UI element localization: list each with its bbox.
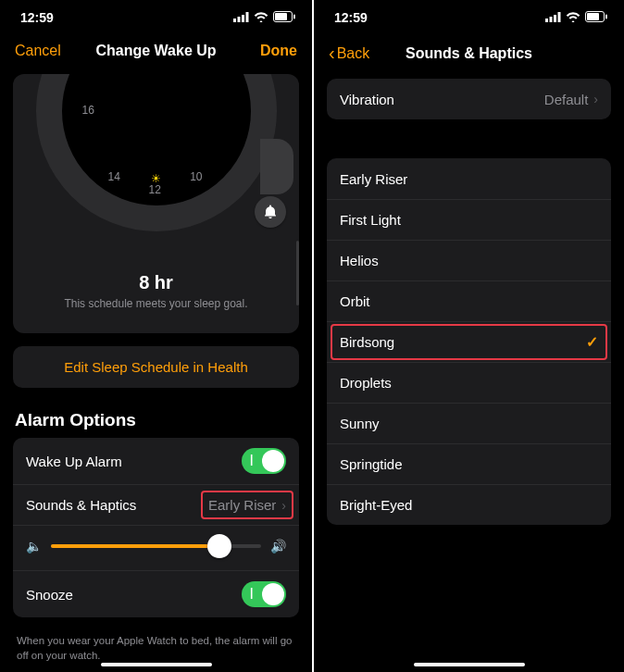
sleep-dial[interactable]: 20 22 18 6 16 14 12 10 ☀︎ <box>36 74 277 231</box>
svg-rect-7 <box>545 19 548 22</box>
volume-slider[interactable] <box>51 544 261 548</box>
sound-option-label: First Light <box>340 212 598 228</box>
dial-arc-handle[interactable] <box>260 139 293 194</box>
svg-rect-1 <box>238 17 241 22</box>
wifi-icon <box>254 10 268 25</box>
battery-icon <box>585 10 607 25</box>
alarm-options-header: Alarm Options <box>15 410 297 430</box>
svg-rect-13 <box>605 15 607 19</box>
volume-low-icon: 🔈 <box>26 539 42 554</box>
sound-option-label: Springtide <box>340 456 598 472</box>
back-button[interactable]: ‹ Back <box>329 43 393 64</box>
sound-option-label: Birdsong <box>340 334 586 350</box>
edit-schedule-button[interactable]: Edit Sleep Schedule in Health <box>13 346 299 388</box>
battery-icon <box>273 10 295 25</box>
sound-option-label: Sunny <box>340 416 598 431</box>
sun-icon: ☀︎ <box>151 172 161 185</box>
status-icons <box>233 10 295 25</box>
nav-bar: ‹ Back Sounds & Haptics <box>314 31 624 79</box>
status-bar: 12:59 <box>0 0 312 31</box>
sound-option[interactable]: Droplets <box>327 362 611 403</box>
wifi-icon <box>566 10 580 25</box>
svg-rect-3 <box>246 12 249 22</box>
svg-rect-5 <box>275 13 287 20</box>
sound-option[interactable]: Birdsong✓ <box>327 321 611 362</box>
svg-rect-6 <box>293 15 295 19</box>
svg-rect-2 <box>242 15 244 22</box>
snooze-row[interactable]: Snooze <box>13 570 299 617</box>
sleep-duration: 8 hr <box>13 272 299 293</box>
done-button[interactable]: Done <box>232 43 297 59</box>
sleep-goal-subtitle: This schedule meets your sleep goal. <box>13 297 299 310</box>
sound-option-label: Bright-Eyed <box>340 497 598 513</box>
svg-rect-10 <box>558 12 561 22</box>
status-time: 12:59 <box>20 10 54 25</box>
volume-slider-thumb[interactable] <box>207 534 231 558</box>
sleep-dial-card: 20 22 18 6 16 14 12 10 ☀︎ 8 hr This <box>13 74 299 333</box>
sound-option-label: Orbit <box>340 293 598 309</box>
status-bar: 12:59 <box>314 0 624 31</box>
signal-icon <box>545 10 561 25</box>
sound-option[interactable]: First Light <box>327 199 611 240</box>
signal-icon <box>233 10 249 25</box>
phone-left: 12:59 Cancel Change Wake Up Done 20 22 1… <box>0 0 312 672</box>
sound-option-label: Droplets <box>340 375 598 391</box>
nav-title: Change Wake Up <box>80 43 232 59</box>
svg-rect-8 <box>550 17 553 22</box>
sounds-haptics-value: Early Riser <box>208 497 276 513</box>
wake-up-alarm-label: Wake Up Alarm <box>26 454 242 469</box>
sound-option-label: Helios <box>340 253 598 268</box>
home-indicator[interactable] <box>414 663 525 666</box>
nav-bar: Cancel Change Wake Up Done <box>0 31 312 74</box>
wake-bell-handle[interactable] <box>255 196 286 228</box>
sound-option[interactable]: Early Riser <box>327 158 611 199</box>
vibration-label: Vibration <box>340 92 544 107</box>
back-label: Back <box>337 45 370 62</box>
sound-option[interactable]: Sunny <box>327 403 611 443</box>
wake-up-alarm-row[interactable]: Wake Up Alarm <box>13 438 299 484</box>
svg-rect-12 <box>587 13 599 20</box>
dial-num-14: 14 <box>108 170 120 183</box>
home-indicator[interactable] <box>101 663 212 666</box>
volume-high-icon: 🔊 <box>270 539 286 554</box>
svg-rect-0 <box>233 19 236 22</box>
content-left: 20 22 18 6 16 14 12 10 ☀︎ 8 hr This <box>0 74 312 663</box>
checkmark-icon: ✓ <box>586 333 598 351</box>
svg-rect-9 <box>554 15 556 22</box>
vibration-value: Default <box>544 92 589 107</box>
alarm-options-group: Wake Up Alarm Sounds & Haptics Early Ris… <box>13 438 299 617</box>
chevron-left-icon: ‹ <box>329 43 335 64</box>
vibration-row[interactable]: Vibration Default › <box>327 79 611 119</box>
cancel-button[interactable]: Cancel <box>15 43 80 59</box>
sound-option[interactable]: Helios <box>327 240 611 280</box>
phone-right: 12:59 ‹ Back Sounds & Haptics Vibration … <box>312 0 624 672</box>
dial-num-16: 16 <box>82 104 94 117</box>
sounds-haptics-label: Sounds & Haptics <box>26 497 208 513</box>
dial-num-10: 10 <box>190 170 202 183</box>
sound-option-label: Early Riser <box>340 171 598 187</box>
sound-option[interactable]: Springtide <box>327 443 611 484</box>
volume-row: 🔈 🔊 <box>13 525 299 570</box>
nav-title: Sounds & Haptics <box>393 45 544 62</box>
snooze-label: Snooze <box>26 587 242 603</box>
chevron-right-icon: › <box>281 498 286 513</box>
content-right: Vibration Default › Early RiserFirst Lig… <box>314 79 624 525</box>
sound-option[interactable]: Orbit <box>327 280 611 321</box>
wake-up-alarm-toggle[interactable] <box>242 448 286 474</box>
dial-num-12: 12 <box>149 183 161 196</box>
alarm-footnote: When you wear your Apple Watch to bed, t… <box>13 628 299 663</box>
snooze-toggle[interactable] <box>242 581 286 607</box>
vibration-group: Vibration Default › <box>327 79 611 119</box>
status-icons <box>545 10 607 25</box>
sounds-list: Early RiserFirst LightHeliosOrbitBirdson… <box>327 158 611 525</box>
sound-option[interactable]: Bright-Eyed <box>327 484 611 525</box>
status-time: 12:59 <box>334 10 368 25</box>
sounds-haptics-row[interactable]: Sounds & Haptics Early Riser › <box>13 484 299 525</box>
chevron-right-icon: › <box>593 92 598 106</box>
